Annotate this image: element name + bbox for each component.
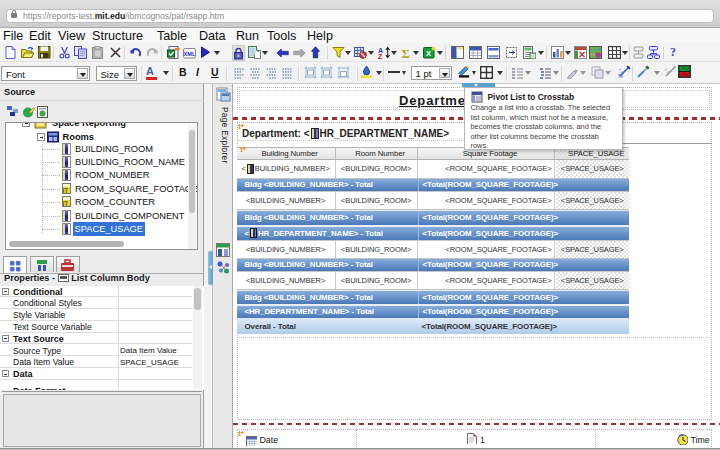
svg-text:Σ: Σ bbox=[401, 46, 409, 59]
svg-text:XML: XML bbox=[184, 50, 196, 56]
svg-text:X: X bbox=[425, 49, 430, 58]
svg-text:Z: Z bbox=[378, 53, 383, 59]
svg-text:%: % bbox=[618, 73, 623, 78]
